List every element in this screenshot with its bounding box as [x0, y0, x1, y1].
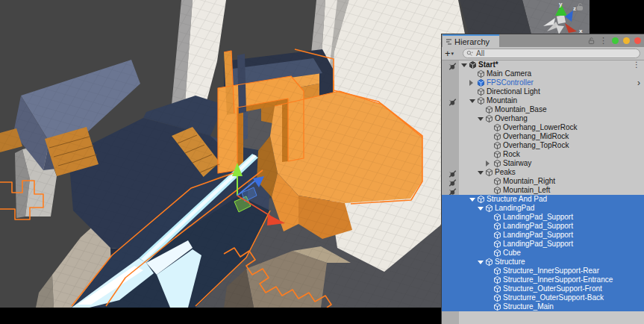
tree-row[interactable]: Overhang — [442, 114, 644, 123]
expand-arrow-right[interactable] — [469, 80, 473, 86]
row-label: Structure_OuterSupport-Front — [503, 284, 602, 293]
search-input[interactable]: All — [463, 49, 640, 58]
create-dropdown-caret: ▾ — [451, 51, 454, 57]
lock-icon[interactable] — [588, 37, 595, 45]
tree-row[interactable]: Rock — [442, 150, 644, 159]
row-label: Cube — [503, 249, 521, 258]
row-label: Rock — [503, 150, 520, 159]
row-label: Mountain_Base — [495, 105, 547, 114]
tree-row[interactable]: LandingPad_Support — [442, 222, 644, 231]
expand-arrow-down[interactable] — [478, 171, 484, 175]
expand-arrow-down[interactable] — [478, 117, 484, 121]
hierarchy-tab-label: Hierarchy — [454, 37, 490, 46]
expand-arrow-down[interactable] — [469, 198, 475, 202]
hierarchy-tab-icon — [446, 38, 452, 46]
tree-row[interactable]: Start*⋮ — [442, 60, 644, 69]
row-kebab-icon[interactable]: ⋮ — [633, 60, 640, 69]
tree-row[interactable]: Mountain_Left — [442, 186, 644, 195]
tree-row[interactable]: Structure And Pad — [442, 195, 644, 204]
cube-icon — [485, 114, 494, 123]
expand-arrow-right[interactable] — [486, 161, 490, 166]
cube-icon — [493, 213, 502, 222]
window-control-green[interactable] — [612, 37, 619, 44]
tree-row[interactable]: Overhang_MidRock — [442, 132, 644, 141]
cube-icon — [477, 69, 486, 78]
cube-icon — [493, 231, 502, 240]
tree-row[interactable]: LandingPad — [442, 204, 644, 213]
tree-row[interactable]: LandingPad_Support — [442, 213, 644, 222]
search-icon — [466, 50, 475, 57]
cube-icon — [493, 275, 502, 284]
window-control-yellow[interactable] — [623, 37, 630, 44]
tree-row[interactable]: Mountain_Right — [442, 177, 644, 186]
create-object-label: + — [445, 48, 451, 59]
expand-arrow-down[interactable] — [469, 99, 475, 103]
tree-row[interactable]: LandingPad_Support — [442, 240, 644, 249]
tree-row[interactable]: Directional Light — [442, 87, 644, 96]
window-control-red[interactable] — [634, 37, 641, 44]
expand-arrow-down[interactable] — [461, 63, 467, 67]
row-label: Structurre_OuterSupport-Back — [503, 293, 604, 302]
row-label: Mountain_Left — [503, 186, 550, 195]
tree-row[interactable]: Structurre_OuterSupport-Back — [442, 293, 644, 302]
tree-row[interactable]: Structure_OuterSupport-Front — [442, 284, 644, 293]
pickability-off-icon[interactable] — [448, 168, 457, 177]
expand-arrow-down[interactable] — [478, 207, 484, 211]
pickability-off-icon[interactable] — [448, 177, 457, 186]
cube-icon — [477, 87, 486, 96]
expand-arrow-down[interactable] — [478, 261, 484, 264]
prefab-open-chevron[interactable]: › — [637, 78, 640, 87]
cube-icon — [493, 302, 502, 311]
row-label: LandingPad_Support — [503, 213, 573, 222]
tree-row[interactable]: Structure_InnerSupport-Rear — [442, 267, 644, 275]
row-label: LandingPad_Support — [503, 231, 573, 240]
row-label: Overhang — [495, 114, 528, 123]
pickability-off-icon[interactable] — [448, 96, 457, 105]
panel-menu-icon[interactable]: ⋮ — [599, 37, 607, 45]
tree-row[interactable]: Overhang_TopRock — [442, 141, 644, 150]
tree-row[interactable]: Mountain — [442, 96, 644, 105]
tree-row[interactable]: Cube — [442, 249, 644, 258]
cube-icon — [493, 249, 502, 258]
tree-row[interactable]: Structure — [442, 258, 644, 267]
tree-row[interactable]: Stairway — [442, 159, 644, 168]
tree-row[interactable]: Peaks — [442, 168, 644, 177]
tree-row[interactable]: LandingPad_Support — [442, 231, 644, 240]
row-label: Peaks — [495, 168, 516, 177]
search-filter-label: All — [476, 49, 484, 57]
tree-row[interactable]: Structure_Main — [442, 302, 644, 311]
cube-icon — [493, 284, 502, 293]
row-label: Stairway — [503, 159, 531, 168]
scene-icon — [469, 60, 478, 69]
hierarchy-tab[interactable]: Hierarchy — [443, 34, 499, 47]
tree-row[interactable]: Overhang_LowerRock — [442, 123, 644, 132]
cube-icon — [493, 240, 502, 249]
cube-icon — [493, 186, 502, 195]
hierarchy-tree[interactable]: Start*⋮Main CameraFPSController›Directio… — [442, 60, 644, 324]
cube-icon — [493, 132, 502, 141]
row-label: Structure_Main — [503, 302, 554, 311]
row-label: Overhang_TopRock — [503, 141, 569, 150]
row-label: LandingPad_Support — [503, 240, 573, 249]
cube-icon — [493, 141, 502, 150]
tree-row[interactable]: Structure_InnerSupport-Entrance — [442, 275, 644, 284]
row-label: Start* — [478, 60, 498, 69]
axis-label-z: z — [573, 5, 576, 12]
create-object-button[interactable]: + ▾ — [445, 48, 454, 59]
cube-icon — [493, 293, 502, 302]
row-label: Overhang_MidRock — [503, 132, 569, 141]
pickability-off-icon[interactable] — [448, 60, 457, 69]
cube-icon — [493, 267, 502, 275]
cube-icon — [485, 168, 494, 177]
prefab-icon — [477, 78, 486, 87]
tree-row[interactable]: Main Camera — [442, 69, 644, 78]
row-label: Structure — [495, 258, 525, 267]
pickability-off-icon[interactable] — [448, 186, 457, 195]
hierarchy-panel: Hierarchy ⋮ + ▾ All Start*⋮M — [441, 34, 644, 324]
tree-row[interactable]: FPSController› — [442, 78, 644, 87]
hierarchy-toolbar: + ▾ All — [442, 47, 644, 60]
cube-icon — [477, 195, 486, 204]
tree-row[interactable]: Mountain_Base — [442, 105, 644, 114]
row-label: Structure_InnerSupport-Rear — [503, 267, 599, 275]
cube-icon — [493, 123, 502, 132]
